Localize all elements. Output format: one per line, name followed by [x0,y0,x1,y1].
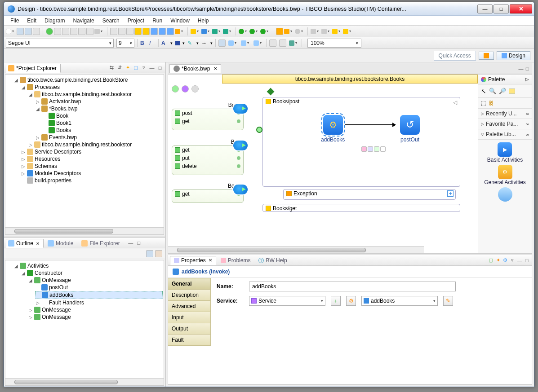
editor-canvas[interactable]: tibco.bw.sample.binding.rest.bookstore.B… [168,75,478,253]
fillcolor-button[interactable] [175,41,180,45]
align-button[interactable]: ▾ [241,40,251,47]
palette-lib[interactable]: ▽Palette Lib...∞ [478,129,532,140]
bwhelp-tab[interactable]: ?BW Help [255,256,290,264]
undo-button[interactable] [134,28,142,35]
menu-diagram[interactable]: Diagram [41,17,68,25]
flow-exception[interactable]: Exception + [283,189,456,200]
props-max-button[interactable]: □ [524,257,530,264]
gear2-button[interactable] [159,28,166,35]
link-editor-button[interactable]: ⇵ [116,65,123,71]
minimize-button[interactable]: — [477,4,493,13]
deco3-icon[interactable] [374,146,379,152]
stepover-button[interactable] [78,28,85,35]
canvas-user-button[interactable] [191,85,199,92]
grid-button[interactable] [218,40,226,47]
tree-res[interactable]: ▷Resources [21,155,163,163]
deco4-icon[interactable] [380,146,386,152]
search-button[interactable]: ▾ [295,28,305,35]
close-button[interactable]: ✕ [510,4,532,13]
menu-navigate[interactable]: Navigate [69,17,98,25]
italic-button[interactable]: I [149,40,156,46]
fontcolor-button[interactable]: A [161,40,168,46]
run2-button[interactable]: ▾ [249,28,259,35]
service-add-button[interactable]: ＋ [331,296,341,306]
service-book[interactable]: Book get put delete [172,145,244,175]
operation-edit-button[interactable]: ✎ [443,296,453,306]
note-tool[interactable] [509,88,515,94]
outline-constructor[interactable]: ◢Constructor [21,269,163,277]
activity-addbooks[interactable]: ⚙ addBooks [321,115,345,143]
highlight-button[interactable]: ✎ [187,40,194,46]
tree-bp[interactable]: build.properties [21,177,163,184]
maximize-button[interactable]: □ [494,4,509,13]
palette-more[interactable] [498,187,512,202]
run1-button[interactable]: ▾ [239,28,249,35]
maximize-view-button[interactable]: □ [157,65,163,71]
tree-activator[interactable]: ▷Activator.bwp [35,98,163,105]
palette-general-activities[interactable]: ⚙General Activities [484,165,526,185]
nav1-button[interactable]: ▾ [311,28,320,35]
fwd-button[interactable]: ▾ [343,28,353,35]
resume-button[interactable]: ▾ [94,28,104,35]
zoomin-tool[interactable]: 🔍 [489,88,496,94]
menu-help[interactable]: Help [194,17,213,25]
op-get[interactable]: get [172,117,243,125]
save-button[interactable] [17,28,24,35]
back-button[interactable]: ▾ [332,28,342,35]
transition-arrow[interactable] [345,124,396,125]
editor-tab-books[interactable]: *Books.bwp✕ [169,64,221,73]
exception-expand-button[interactable]: + [447,190,454,197]
problems-tab[interactable]: Problems [217,256,254,264]
properties-tab[interactable]: Properties✕ [170,256,216,265]
editor-maximize-button[interactable]: □ [524,66,530,72]
outline-treeview-button[interactable] [146,250,153,257]
line-button[interactable]: → [201,40,208,46]
outline-fault[interactable]: ▷Fault Handlers [35,299,163,306]
font-size-select[interactable]: 9▾ [116,39,134,48]
deco2-icon[interactable] [368,146,373,152]
sidetab-fault[interactable]: Fault [168,334,211,346]
open-perspective-button[interactable] [479,52,494,60]
menu-edit[interactable]: Edit [23,17,40,25]
service-book1[interactable]: Book1 get [172,189,244,203]
flow-collapse-icon[interactable]: ◁ [453,99,457,106]
tree-sch[interactable]: ▷Schemas [21,163,163,170]
canvas-zoom-button[interactable] [172,85,179,92]
outline-activities[interactable]: ◢Activities [13,262,163,269]
outline-tree[interactable]: ◢Activities ◢Constructor ◢OnMessage post… [5,260,164,386]
tree-book1[interactable]: Book1 [42,119,163,127]
menu-run[interactable]: Run [149,17,166,25]
save-all-button[interactable] [25,28,32,35]
sidetab-output[interactable]: Output [168,323,211,335]
props-min-button[interactable]: — [516,257,523,264]
tree-root[interactable]: ◢tibco.bwce.sample.binding.rest.BookStor… [13,76,163,84]
redo-button[interactable] [142,28,150,35]
drop-button[interactable] [86,28,93,35]
sidetab-description[interactable]: Description [168,289,211,301]
focus-button[interactable]: ✦ [124,65,131,71]
file-explorer-tab[interactable]: File Explorer [79,239,124,248]
gear1-button[interactable] [151,28,158,35]
sidetab-advanced[interactable]: Advanced [168,300,211,312]
service-select[interactable]: Service▾ [249,296,325,306]
module-tab[interactable]: Module [45,239,77,248]
tree-md[interactable]: ▷Module Descriptors [21,170,163,177]
activity-postout[interactable]: ↺ postOut [400,115,420,143]
tree-processes[interactable]: ◢Processes [21,84,163,91]
t1[interactable] [110,28,117,35]
outline-minimize-button[interactable]: — [128,240,134,246]
canvas-info-button[interactable] [182,85,189,92]
menu-project[interactable]: Project [124,17,148,25]
canvas-hscroll[interactable] [168,246,424,253]
outline-addbooks[interactable]: addBooks [35,291,163,299]
t2[interactable] [118,28,125,35]
tree-sd[interactable]: ▷Service Descriptors [21,148,163,155]
outline-postout[interactable]: postOut [35,284,163,291]
outline-onmsg1[interactable]: ◢OnMessage [28,277,163,284]
palette-favorite[interactable]: ▷Favorite Pa...∞ [478,119,532,129]
run3-button[interactable]: ▾ [260,28,270,35]
op-get2[interactable]: get [172,146,243,154]
wand2-button[interactable]: ▾ [284,28,294,35]
stop-button[interactable] [62,28,69,35]
link-tool[interactable]: ⛓ [489,100,494,106]
